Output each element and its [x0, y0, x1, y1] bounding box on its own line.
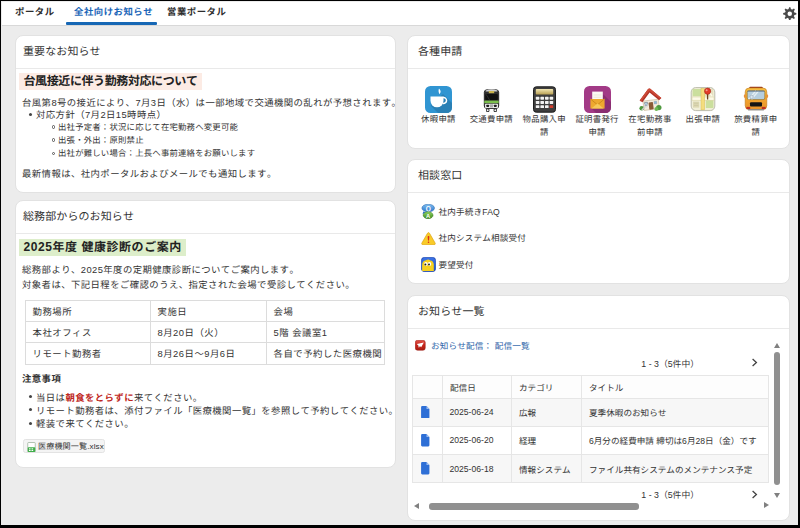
svg-text:Q: Q: [425, 205, 430, 213]
